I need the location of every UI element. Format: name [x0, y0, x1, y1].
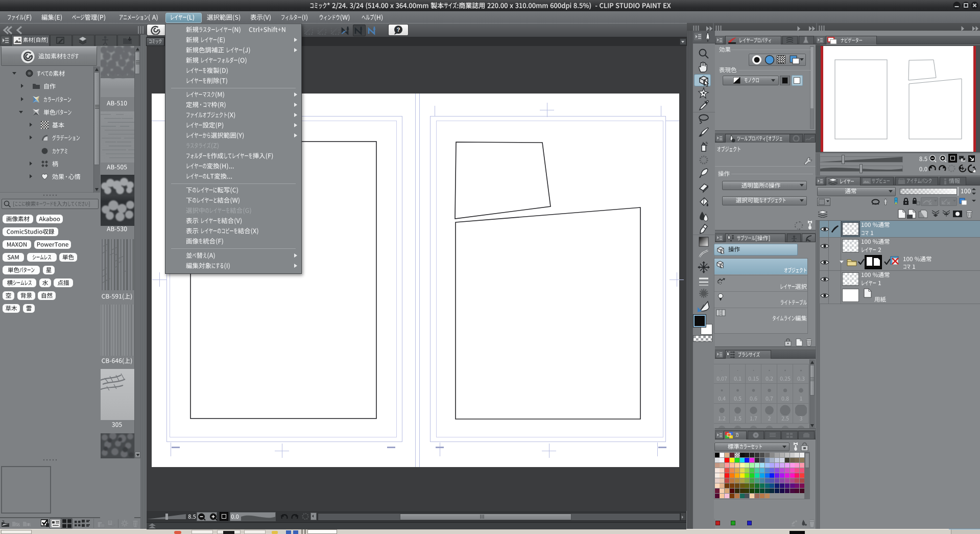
svg-text:?: ?	[397, 27, 400, 33]
